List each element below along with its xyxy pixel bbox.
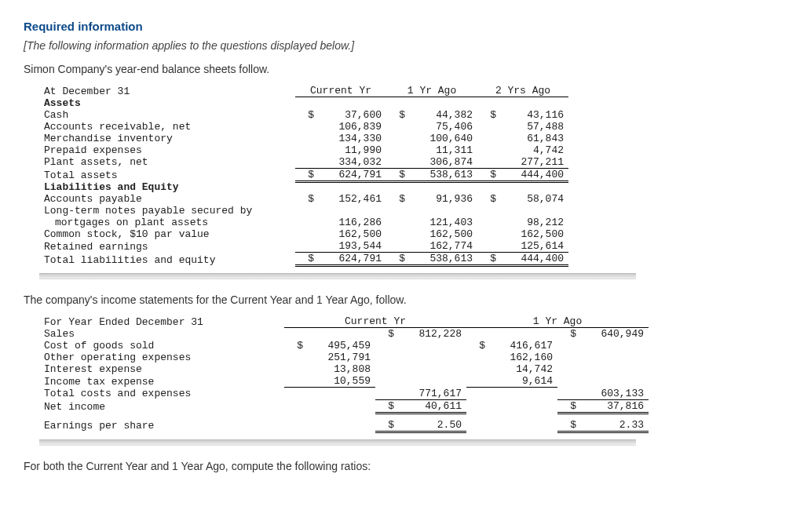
divider [39,439,636,446]
cell: 334,032 [314,156,386,169]
cell: 14,742 [485,363,557,375]
cell: 37,600 [314,109,386,121]
row-label: Earnings per share [39,419,284,432]
row-label: Income tax expense [39,375,284,388]
cell: 61,843 [496,133,568,144]
cell: 495,459 [303,340,375,352]
cell: 134,330 [314,133,386,144]
row-label: Net income [39,399,284,413]
cell: 162,500 [405,228,477,240]
income-statement-table: For Year Ended December 31 Current Yr 1 … [39,315,649,433]
cell: 9,614 [485,375,557,388]
row-label: Total liabilities and equity [39,253,295,266]
cell: 37,816 [576,399,649,413]
row-label: Total assets [39,168,295,181]
cell: 538,613 [405,168,477,181]
cell: 624,791 [314,253,386,266]
cell: 100,640 [405,133,477,144]
cell: 416,617 [485,340,557,352]
assets-header: Assets [39,97,295,109]
liab-equity-header: Liabilities and Equity [39,181,295,193]
cell: 91,936 [405,193,477,205]
cell: 771,617 [394,388,466,400]
cell: 116,286 [314,217,386,228]
cell: 603,133 [576,388,649,400]
col-1yr-ago: 1 Yr Ago [386,85,477,97]
cell: 11,311 [405,144,477,156]
row-label: Sales [39,328,284,341]
cell: 121,403 [405,217,477,228]
bs-date-header: At December 31 [39,85,295,97]
cell: 640,949 [576,328,649,341]
cell: 43,116 [496,109,568,121]
cell: 444,400 [496,253,568,266]
income-intro: The company's income statements for the … [24,293,769,306]
cell: 125,614 [496,240,568,253]
cell: 444,400 [496,168,568,181]
context-note: [The following information applies to th… [24,39,769,52]
row-label: Long-term notes payable secured by [39,205,295,217]
cell: 162,500 [496,228,568,240]
col-current-yr: Current Yr [295,85,386,97]
row-label: Retained earnings [39,240,295,253]
cell: 812,228 [394,328,466,341]
row-label: Other operating expenses [39,352,284,363]
row-label: Total costs and expenses [39,388,284,400]
footer-instruction: For both the Current Year and 1 Year Ago… [24,460,769,472]
cell: 4,742 [496,144,568,156]
row-label: Cost of goods sold [39,340,284,352]
is-col-current: Current Yr [284,315,466,328]
row-label: Plant assets, net [39,156,295,169]
row-label: Common stock, $10 par value [39,228,295,240]
row-label: Merchandise inventory [39,133,295,144]
balance-sheet-table: At December 31 Current Yr 1 Yr Ago 2 Yrs… [39,85,568,267]
cell: 306,874 [405,156,477,169]
cell: 162,774 [405,240,477,253]
cell: 193,544 [314,240,386,253]
intro-text: Simon Company's year-end balance sheets … [24,63,769,75]
cell: 251,791 [303,352,375,363]
cell: 40,611 [394,399,466,413]
cell: 10,559 [303,375,375,388]
cell: 75,406 [405,121,477,133]
row-label: Accounts payable [39,193,295,205]
cell: 57,488 [496,121,568,133]
cell: 58,074 [496,193,568,205]
cell: 11,990 [314,144,386,156]
cell: 98,212 [496,217,568,228]
cell: 44,382 [405,109,477,121]
divider [39,273,636,279]
cell: 277,211 [496,156,568,169]
cell: 538,613 [405,253,477,266]
cell: 2.33 [576,419,649,432]
cell: 2.50 [394,419,466,432]
cell: 162,160 [485,352,557,363]
cell: 162,500 [314,228,386,240]
required-info-heading: Required information [24,20,769,33]
row-label: Accounts receivable, net [39,121,295,133]
cell: 152,461 [314,193,386,205]
cell: 106,839 [314,121,386,133]
cell: 13,808 [303,363,375,375]
row-label: Prepaid expenses [39,144,295,156]
row-label: Interest expense [39,363,284,375]
row-label: Cash [39,109,295,121]
is-date-header: For Year Ended December 31 [39,315,284,328]
is-col-1yr: 1 Yr Ago [466,315,649,328]
row-label: mortgages on plant assets [39,217,295,228]
col-2yrs-ago: 2 Yrs Ago [477,85,568,97]
cell: 624,791 [314,168,386,181]
